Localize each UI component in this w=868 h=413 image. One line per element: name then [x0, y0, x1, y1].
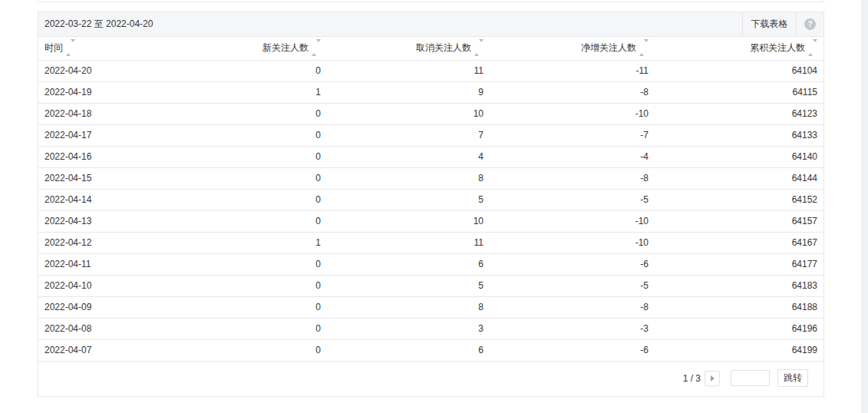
table-cell-cumulative-followers: 64196 [655, 318, 823, 339]
table-cell-time: 2022-04-20 [38, 60, 200, 81]
table-cell-time: 2022-04-08 [38, 318, 200, 339]
table-cell-unfollowers: 5 [327, 189, 490, 210]
sort-icon[interactable] [639, 42, 649, 53]
table-cell-time: 2022-04-16 [38, 146, 200, 167]
table-cell-new-followers: 1 [200, 232, 327, 253]
sort-icon[interactable] [808, 42, 817, 53]
sort-icon[interactable] [474, 42, 484, 53]
pagination: 1 / 3 跳转 [683, 360, 823, 396]
table-cell-cumulative-followers: 64123 [655, 103, 823, 124]
table-cell-cumulative-followers: 64177 [655, 253, 823, 275]
column-header-label: 新关注人数 [262, 42, 309, 53]
table-cell-net-increase: -10 [490, 103, 655, 124]
table-row: 2022-04-1707-764133 [38, 124, 823, 146]
table-cell-unfollowers: 7 [327, 124, 490, 146]
jump-button[interactable]: 跳转 [777, 369, 808, 387]
table-cell-new-followers: 0 [200, 167, 327, 189]
followers-table-card: 2022-03-22 至 2022-04-20 下载表格 ? 时间新关注人数取消… [38, 12, 824, 397]
table-cell-net-increase: -5 [490, 189, 655, 210]
table-row: 2022-04-18010-1064123 [38, 103, 823, 124]
table-cell-net-increase: -8 [490, 81, 655, 103]
table-cell-net-increase: -4 [490, 146, 655, 167]
page-jump-input[interactable] [731, 370, 770, 386]
table-cell-time: 2022-04-12 [38, 232, 200, 253]
table-row: 2022-04-1106-664177 [38, 253, 823, 275]
table-cell-time: 2022-04-19 [38, 81, 200, 103]
table-cell-net-increase: -10 [490, 232, 655, 253]
table-cell-new-followers: 0 [200, 124, 327, 146]
table-row: 2022-04-13010-1064157 [38, 210, 823, 232]
table-row: 2022-04-1405-564152 [38, 189, 823, 210]
table-cell-unfollowers: 11 [327, 60, 490, 81]
column-header-time: 时间 [38, 37, 200, 60]
table-cell-time: 2022-04-15 [38, 167, 200, 189]
next-page-button[interactable] [705, 371, 720, 386]
table-cell-net-increase: -7 [490, 124, 655, 146]
table-cell-cumulative-followers: 64167 [655, 232, 823, 253]
table-cell-unfollowers: 3 [327, 318, 490, 339]
table-cell-new-followers: 0 [200, 103, 327, 124]
help-cell: ? [797, 12, 823, 36]
table-cell-time: 2022-04-10 [38, 275, 200, 296]
table-cell-net-increase: -3 [490, 318, 655, 339]
column-header-label: 时间 [45, 42, 63, 53]
sort-icon[interactable] [66, 42, 75, 53]
table-cell-unfollowers: 8 [327, 296, 490, 318]
table-cell-time: 2022-04-14 [38, 189, 200, 210]
sort-icon[interactable] [312, 42, 321, 53]
page-indicator: 1 / 3 [683, 373, 701, 384]
table-cell-net-increase: -6 [490, 339, 655, 361]
table-cell-new-followers: 0 [200, 296, 327, 318]
caret-right-icon [711, 375, 715, 382]
table-cell-cumulative-followers: 64104 [655, 60, 823, 81]
table-cell-new-followers: 0 [200, 253, 327, 275]
table-cell-unfollowers: 11 [327, 232, 490, 253]
table-row: 2022-04-1508-864144 [38, 167, 823, 189]
table-row: 2022-04-0908-864188 [38, 296, 823, 318]
table-row: 2022-04-1919-864115 [38, 81, 823, 103]
table-toolbar: 2022-03-22 至 2022-04-20 下载表格 ? [38, 12, 823, 37]
column-header-label: 取消关注人数 [416, 42, 471, 53]
table-cell-cumulative-followers: 64157 [655, 210, 823, 232]
table-cell-cumulative-followers: 64144 [655, 167, 823, 189]
table-cell-cumulative-followers: 64115 [655, 81, 823, 103]
table-cell-net-increase: -5 [490, 275, 655, 296]
table-cell-cumulative-followers: 64188 [655, 296, 823, 318]
date-range-label: 2022-03-22 至 2022-04-20 [38, 12, 742, 36]
table-cell-net-increase: -8 [490, 167, 655, 189]
followers-table: 时间新关注人数取消关注人数净增关注人数累积关注人数 2022-04-20011-… [38, 37, 823, 362]
table-cell-net-increase: -10 [490, 210, 655, 232]
table-cell-new-followers: 1 [200, 81, 327, 103]
table-cell-net-increase: -8 [490, 296, 655, 318]
table-cell-unfollowers: 6 [327, 253, 490, 275]
table-cell-new-followers: 0 [200, 339, 327, 361]
scrollbar[interactable] [861, 0, 868, 413]
table-cell-new-followers: 0 [200, 189, 327, 210]
table-cell-time: 2022-04-11 [38, 253, 200, 275]
table-cell-unfollowers: 8 [327, 167, 490, 189]
previous-card-bottom-edge [38, 0, 824, 2]
table-cell-time: 2022-04-09 [38, 296, 200, 318]
table-cell-unfollowers: 9 [327, 81, 490, 103]
table-cell-cumulative-followers: 64140 [655, 146, 823, 167]
table-header: 时间新关注人数取消关注人数净增关注人数累积关注人数 [38, 37, 823, 60]
table-cell-new-followers: 0 [200, 60, 327, 81]
table-cell-time: 2022-04-13 [38, 210, 200, 232]
download-table-button[interactable]: 下载表格 [742, 12, 797, 36]
table-row: 2022-04-12111-1064167 [38, 232, 823, 253]
table-cell-time: 2022-04-18 [38, 103, 200, 124]
table-cell-new-followers: 0 [200, 146, 327, 167]
table-cell-unfollowers: 4 [327, 146, 490, 167]
column-header-unfollowers: 取消关注人数 [327, 37, 490, 60]
table-cell-cumulative-followers: 64152 [655, 189, 823, 210]
help-icon[interactable]: ? [804, 18, 816, 30]
table-row: 2022-04-20011-1164104 [38, 60, 823, 81]
table-cell-cumulative-followers: 64133 [655, 124, 823, 146]
column-header-cumulative-followers: 累积关注人数 [655, 37, 823, 60]
table-cell-unfollowers: 10 [327, 103, 490, 124]
table-cell-unfollowers: 6 [327, 339, 490, 361]
table-body: 2022-04-20011-11641042022-04-1919-864115… [38, 60, 823, 361]
table-cell-unfollowers: 5 [327, 275, 490, 296]
column-header-new-followers: 新关注人数 [200, 37, 327, 60]
table-cell-new-followers: 0 [200, 275, 327, 296]
